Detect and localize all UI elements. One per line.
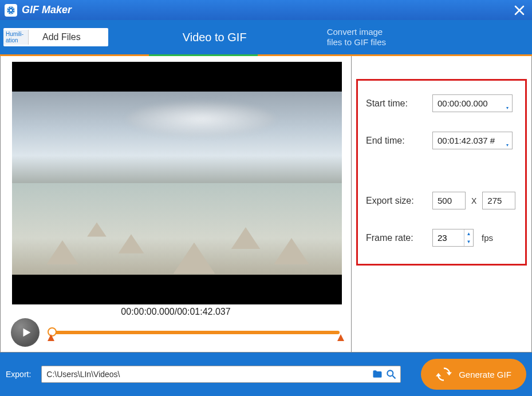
humiliation-badge: Humili- ation	[3, 30, 29, 45]
frame-rate-label: Frame rate:	[366, 233, 432, 243]
end-time-value: 00:01:42.037 #	[438, 136, 495, 145]
svg-point-3	[10, 13, 11, 14]
size-separator: X	[471, 196, 476, 205]
play-button[interactable]	[11, 318, 40, 347]
svg-point-9	[13, 11, 14, 13]
tab-convert-image[interactable]: Convert image files to GIF files	[327, 20, 386, 54]
timeline-slider[interactable]	[45, 324, 344, 341]
range-end-marker[interactable]	[337, 334, 344, 341]
spinner-icon[interactable]: ▾	[506, 142, 509, 148]
spinner-icon[interactable]: ▾	[506, 105, 509, 110]
svg-point-7	[13, 7, 14, 9]
add-files-group: Humili- ation Add Files	[3, 28, 108, 46]
svg-point-1	[10, 9, 12, 11]
start-time-label: Start time:	[366, 98, 432, 109]
generate-gif-label: Generate GIF	[459, 370, 511, 379]
app-title: GIF Maker	[22, 4, 72, 16]
generate-gif-button[interactable]: Generate GIF	[421, 359, 526, 390]
fps-unit: fps	[482, 233, 493, 243]
player-controls	[7, 318, 344, 347]
export-size-label: Export size:	[366, 196, 432, 206]
title-bar: GIF Maker	[0, 0, 532, 20]
svg-point-6	[8, 7, 9, 9]
svg-line-11	[393, 376, 396, 379]
export-label: Export:	[6, 370, 31, 379]
refresh-icon	[436, 366, 452, 382]
main-area: 00:00:00.000/00:01:42.037 Start time: 00…	[0, 56, 532, 353]
end-time-input[interactable]: 00:01:42.037 # ▾	[432, 132, 513, 149]
fps-up-icon[interactable]: ▲	[464, 229, 473, 238]
frame-rate-input[interactable]: 23 ▲ ▼	[432, 229, 474, 247]
height-input[interactable]: 275	[482, 192, 515, 209]
svg-point-2	[10, 6, 11, 7]
app-logo-icon	[5, 4, 17, 17]
add-files-button[interactable]: Add Files	[29, 28, 108, 46]
export-path-input[interactable]	[46, 370, 371, 379]
settings-panel: Start time: 00:00:00.000 ▾ End time: 00:…	[352, 56, 532, 352]
tab-video-to-gif[interactable]: Video to GIF	[171, 20, 258, 54]
start-time-value: 00:00:00.000	[438, 98, 488, 108]
video-preview[interactable]	[12, 62, 342, 304]
close-button[interactable]	[511, 2, 527, 18]
settings-box: Start time: 00:00:00.000 ▾ End time: 00:…	[356, 79, 527, 266]
browse-folder-icon[interactable]	[371, 367, 384, 381]
preview-panel: 00:00:00.000/00:01:42.037	[0, 56, 352, 352]
toolbar: Humili- ation Add Files Video to GIF Con…	[0, 20, 532, 54]
end-time-label: End time:	[366, 136, 432, 146]
svg-point-10	[388, 370, 393, 376]
export-bar: Export: Generate GIF	[0, 353, 532, 396]
export-path-field	[41, 366, 401, 383]
frame-rate-value: 23	[433, 229, 464, 246]
width-input[interactable]: 500	[432, 192, 466, 209]
open-folder-icon[interactable]	[384, 367, 398, 381]
time-display: 00:00:00.000/00:01:42.037	[7, 307, 344, 317]
svg-point-4	[7, 9, 9, 10]
svg-point-8	[8, 11, 9, 13]
start-time-input[interactable]: 00:00:00.000 ▾	[432, 94, 513, 112]
range-start-marker[interactable]	[48, 334, 54, 341]
svg-point-5	[13, 9, 14, 10]
fps-down-icon[interactable]: ▼	[464, 238, 473, 247]
